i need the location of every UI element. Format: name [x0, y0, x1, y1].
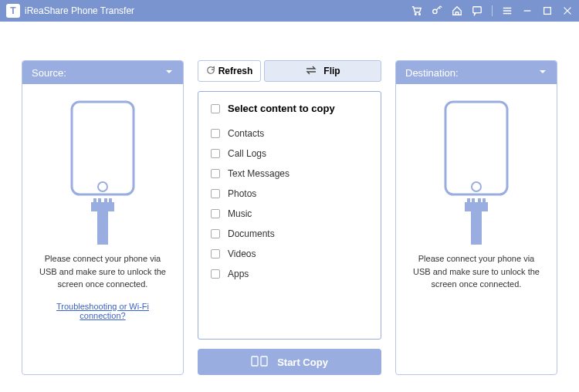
item-checkbox[interactable]: [211, 229, 220, 238]
content-item: Apps: [211, 264, 368, 284]
menu-icon[interactable]: [502, 5, 513, 16]
svg-rect-19: [472, 198, 475, 203]
svg-rect-9: [98, 198, 101, 203]
svg-point-1: [419, 14, 421, 15]
item-label: Text Messages: [228, 168, 290, 179]
start-copy-icon: [251, 356, 268, 369]
svg-rect-10: [104, 198, 107, 203]
svg-rect-3: [473, 7, 482, 13]
svg-point-6: [98, 182, 107, 191]
flip-label: Flip: [323, 66, 340, 76]
start-copy-button[interactable]: Start Copy: [198, 349, 381, 375]
content-item: Contacts: [211, 123, 368, 144]
svg-rect-15: [445, 102, 507, 194]
refresh-label: Refresh: [218, 66, 253, 76]
destination-connect-text: Please connect your phone via USB and ma…: [408, 252, 544, 291]
svg-rect-17: [465, 202, 488, 211]
svg-rect-18: [467, 198, 470, 203]
maximize-icon[interactable]: [542, 5, 553, 16]
key-icon[interactable]: [432, 5, 442, 16]
destination-label: Destination:: [405, 67, 459, 79]
source-label: Source:: [32, 67, 66, 79]
svg-rect-22: [471, 211, 482, 245]
home-icon[interactable]: [452, 5, 462, 16]
svg-point-0: [415, 14, 416, 15]
select-all-label: Select content to copy: [228, 103, 335, 114]
source-panel: Source: Please connect your phone via US…: [22, 60, 184, 375]
app-title: iReaShare Phone Transfer: [25, 5, 134, 16]
chevron-down-icon: [538, 67, 547, 79]
cart-icon[interactable]: [411, 5, 422, 16]
start-copy-label: Start Copy: [277, 357, 328, 368]
troubleshoot-link[interactable]: Troubleshooting or Wi-Fi connection?: [35, 302, 171, 320]
phone-illustration: [426, 98, 527, 245]
feedback-icon[interactable]: [472, 5, 482, 16]
item-checkbox[interactable]: [211, 149, 220, 158]
item-label: Music: [228, 208, 252, 219]
item-label: Videos: [228, 248, 256, 259]
item-checkbox[interactable]: [211, 269, 220, 279]
phone-illustration: [52, 98, 153, 245]
content-item: Text Messages: [211, 164, 368, 184]
item-checkbox[interactable]: [211, 169, 220, 178]
chevron-down-icon: [164, 67, 174, 79]
destination-panel: Destination: Please connect your phone v…: [395, 60, 557, 375]
close-icon[interactable]: [562, 5, 573, 16]
svg-point-16: [472, 182, 481, 191]
source-connect-text: Please connect your phone via USB and ma…: [35, 252, 171, 291]
item-label: Call Logs: [228, 148, 266, 159]
item-label: Apps: [228, 269, 249, 279]
item-checkbox[interactable]: [211, 129, 220, 138]
flip-icon: [305, 66, 317, 77]
content-item: Photos: [211, 184, 368, 204]
item-checkbox[interactable]: [211, 209, 220, 218]
item-checkbox[interactable]: [211, 189, 220, 198]
content-item: Videos: [211, 244, 368, 264]
svg-rect-21: [482, 198, 486, 203]
svg-rect-5: [72, 102, 134, 194]
content-item: Music: [211, 204, 368, 224]
flip-button[interactable]: Flip: [264, 60, 381, 82]
titlebar: T iReaShare Phone Transfer: [0, 0, 579, 22]
source-panel-header[interactable]: Source:: [22, 61, 183, 84]
item-checkbox[interactable]: [211, 249, 220, 259]
content-selection-box: Select content to copy Contacts Call Log…: [198, 91, 381, 340]
refresh-icon: [206, 66, 215, 77]
item-label: Photos: [228, 188, 256, 199]
svg-rect-8: [93, 198, 96, 203]
content-item: Documents: [211, 224, 368, 244]
app-logo: T: [6, 4, 20, 18]
content-item: Call Logs: [211, 144, 368, 164]
svg-rect-11: [109, 198, 112, 203]
svg-rect-7: [91, 202, 114, 211]
select-all-checkbox[interactable]: [211, 104, 220, 113]
item-label: Contacts: [228, 128, 264, 139]
svg-rect-14: [261, 357, 267, 366]
svg-rect-20: [478, 198, 481, 203]
refresh-button[interactable]: Refresh: [198, 60, 261, 82]
item-label: Documents: [228, 228, 275, 239]
svg-rect-13: [252, 357, 258, 366]
separator: [492, 5, 493, 16]
minimize-icon[interactable]: [522, 5, 533, 16]
svg-rect-4: [544, 8, 551, 15]
destination-panel-header[interactable]: Destination:: [396, 61, 557, 84]
svg-rect-12: [97, 211, 108, 245]
